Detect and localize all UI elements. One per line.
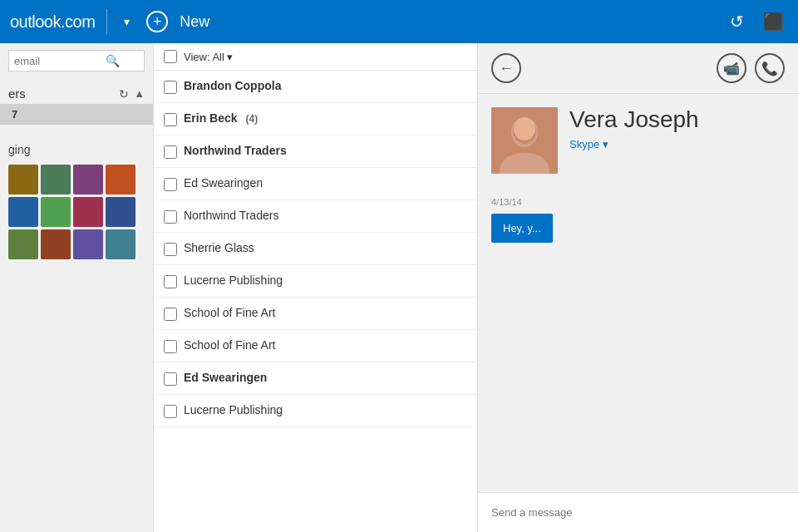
contact-avatar-3[interactable] bbox=[73, 165, 103, 195]
email-checkbox-6[interactable] bbox=[164, 275, 177, 288]
contact-avatar-7[interactable] bbox=[73, 197, 103, 227]
header-right-controls: ↺ ⬛ bbox=[722, 7, 788, 37]
email-sender-1: Erin Beck (4) bbox=[184, 111, 467, 125]
chevron-down-icon: ▾ bbox=[124, 15, 130, 28]
view-filter-button[interactable]: View: All ▾ bbox=[184, 51, 233, 63]
contact-avatar-10[interactable] bbox=[41, 229, 71, 259]
phone-icon: 📞 bbox=[761, 61, 778, 76]
email-sender-0: Brandon Coppola bbox=[184, 79, 467, 92]
contact-avatar-9[interactable] bbox=[8, 229, 38, 259]
email-count-1: (4) bbox=[245, 113, 258, 125]
contact-card: Vera Joseph Skype ▾ bbox=[478, 94, 798, 187]
select-all-checkbox[interactable] bbox=[164, 50, 177, 63]
email-checkbox-4[interactable] bbox=[164, 210, 177, 224]
inbox-item-label: 7 bbox=[12, 108, 17, 121]
sidebar-folders-section: ers ↻ ▲ 7 bbox=[0, 80, 153, 128]
email-item-7[interactable]: School of Fine Art bbox=[154, 298, 477, 330]
email-item-0[interactable]: Brandon Coppola bbox=[154, 71, 477, 103]
video-icon: 📹 bbox=[723, 61, 740, 76]
email-sender-2: Northwind Traders bbox=[184, 144, 467, 157]
contact-avatar-1[interactable] bbox=[8, 165, 38, 195]
search-icon[interactable]: 🔍 bbox=[106, 54, 120, 67]
view-filter-chevron-icon: ▾ bbox=[227, 51, 233, 63]
back-arrow-icon: ← bbox=[499, 60, 514, 77]
contact-avatar-2[interactable] bbox=[41, 165, 71, 195]
email-list-header: View: All ▾ bbox=[154, 43, 477, 71]
email-item-8[interactable]: School of Fine Art bbox=[154, 330, 477, 362]
chat-bubble-message: Hey, y... bbox=[491, 214, 553, 243]
refresh-button[interactable]: ↻ bbox=[119, 87, 129, 101]
top-header: outlook.com ▾ + New ↺ ⬛ bbox=[0, 0, 798, 43]
collapse-button[interactable]: ▲ bbox=[134, 87, 145, 101]
contact-avatar-12[interactable] bbox=[106, 229, 135, 259]
email-sender-10: Lucerne Publishing bbox=[184, 403, 467, 416]
contact-avatar-main bbox=[491, 107, 558, 174]
email-item-3[interactable]: Ed Swearingen bbox=[154, 168, 477, 200]
email-checkbox-2[interactable] bbox=[164, 145, 177, 159]
sidebar-search-box[interactable]: 🔍 bbox=[8, 50, 145, 71]
chat-panel: ← 📹 📞 bbox=[478, 43, 798, 532]
view-filter-label: View: All bbox=[184, 51, 224, 63]
account-dropdown-button[interactable]: ▾ bbox=[119, 12, 135, 32]
status-chevron-icon: ▾ bbox=[603, 138, 608, 150]
contact-avatar-5[interactable] bbox=[8, 197, 38, 227]
header-divider bbox=[106, 9, 107, 34]
email-sender-8: School of Fine Art bbox=[184, 338, 467, 352]
email-sender-6: Lucerne Publishing bbox=[184, 273, 467, 287]
email-checkbox-3[interactable] bbox=[164, 178, 177, 191]
contact-avatar-4[interactable] bbox=[106, 165, 135, 195]
search-input[interactable] bbox=[14, 55, 106, 67]
contacts-section-label: ging bbox=[0, 140, 153, 160]
email-item-2[interactable]: Northwind Traders bbox=[154, 135, 477, 168]
email-item-10[interactable]: Lucerne Publishing bbox=[154, 395, 477, 427]
contact-avatar-8[interactable] bbox=[106, 197, 135, 227]
email-sender-3: Ed Swearingen bbox=[184, 176, 467, 190]
email-checkbox-5[interactable] bbox=[164, 243, 177, 256]
email-item-4[interactable]: Northwind Traders bbox=[154, 200, 477, 233]
phone-call-button[interactable]: 📞 bbox=[755, 53, 785, 83]
email-item-1[interactable]: Erin Beck (4) bbox=[154, 103, 477, 135]
main-layout: 🔍 ers ↻ ▲ 7 ging bbox=[0, 43, 798, 532]
chat-header: ← 📹 📞 bbox=[478, 43, 798, 94]
email-checkbox-10[interactable] bbox=[164, 405, 177, 418]
sidebar-item-inbox[interactable]: 7 bbox=[0, 104, 153, 125]
contacts-avatar-grid bbox=[0, 160, 153, 264]
email-sender-4: Northwind Traders bbox=[184, 209, 467, 222]
email-list-panel: View: All ▾ Brandon Coppola Erin Beck (4… bbox=[154, 43, 478, 532]
email-checkbox-1[interactable] bbox=[164, 113, 177, 126]
folders-label: ers bbox=[8, 86, 26, 101]
contact-avatar-image bbox=[491, 107, 558, 174]
new-compose-label: New bbox=[180, 13, 209, 31]
sidebar: 🔍 ers ↻ ▲ 7 ging bbox=[0, 43, 154, 532]
email-checkbox-8[interactable] bbox=[164, 340, 177, 353]
svg-point-3 bbox=[514, 117, 535, 140]
email-checkbox-7[interactable] bbox=[164, 308, 177, 321]
chat-date: 4/13/14 bbox=[491, 197, 785, 207]
new-compose-circle-button[interactable]: + bbox=[146, 11, 168, 32]
person-silhouette-icon bbox=[491, 107, 558, 174]
sidebar-contacts-section: ging bbox=[0, 136, 153, 268]
profile-icon-button[interactable]: ⬛ bbox=[758, 7, 788, 37]
email-checkbox-0[interactable] bbox=[164, 81, 177, 94]
user-icon: ⬛ bbox=[763, 12, 784, 32]
chat-input-area bbox=[478, 492, 798, 532]
video-call-button[interactable]: 📹 bbox=[717, 53, 746, 83]
status-dropdown-button[interactable]: Skype ▾ bbox=[569, 136, 608, 152]
contact-avatar-6[interactable] bbox=[41, 197, 71, 227]
undo-icon-button[interactable]: ↺ bbox=[722, 7, 751, 37]
chat-messages-area: 4/13/14 Hey, y... bbox=[478, 187, 798, 492]
logo: outlook.com bbox=[10, 12, 95, 32]
email-sender-7: School of Fine Art bbox=[184, 306, 467, 319]
email-sender-9: Ed Swearingen bbox=[184, 371, 467, 384]
contact-name: Vera Joseph bbox=[569, 107, 785, 133]
contact-avatar-11[interactable] bbox=[73, 229, 103, 259]
email-sender-5: Sherrie Glass bbox=[184, 241, 467, 254]
contact-info: Vera Joseph Skype ▾ bbox=[569, 107, 785, 152]
email-item-6[interactable]: Lucerne Publishing bbox=[154, 265, 477, 298]
chat-action-buttons: 📹 📞 bbox=[717, 53, 785, 83]
email-item-9[interactable]: Ed Swearingen bbox=[154, 362, 477, 395]
email-item-5[interactable]: Sherrie Glass bbox=[154, 233, 477, 265]
email-checkbox-9[interactable] bbox=[164, 372, 177, 386]
send-message-input[interactable] bbox=[491, 501, 785, 524]
back-button[interactable]: ← bbox=[491, 53, 521, 83]
